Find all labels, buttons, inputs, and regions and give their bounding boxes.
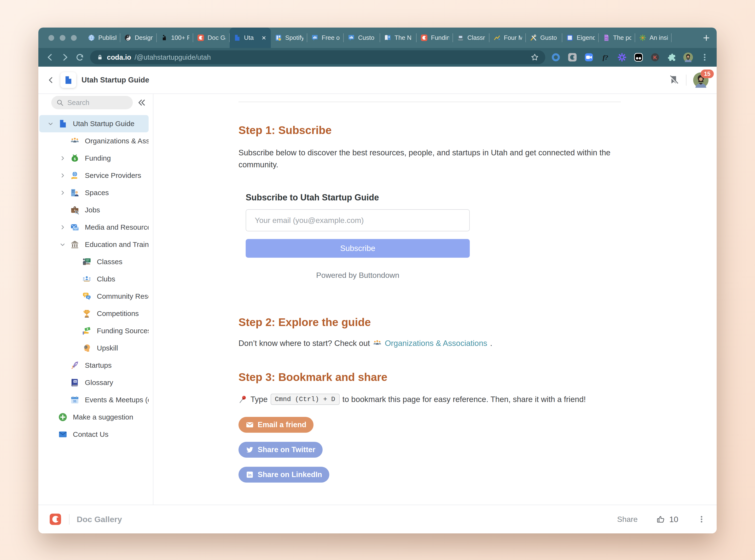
sidebar-item-glossary[interactable]: Aa Glossary <box>39 374 149 391</box>
envelopes-icon <box>68 222 81 233</box>
o-ring-icon[interactable] <box>551 53 560 62</box>
browser-tab[interactable]: 100+ F <box>157 27 193 48</box>
search-input[interactable] <box>51 96 133 109</box>
sidebar-item-events-meetups-cc[interactable]: 31 Events & Meetups (cc <box>39 391 149 408</box>
share-twitter-button[interactable]: Share on Twitter <box>239 442 323 458</box>
new-tab-button[interactable] <box>696 27 717 48</box>
share-button[interactable]: Share <box>617 515 637 524</box>
sidebar-item-upskill[interactable]: Upskill <box>39 339 149 357</box>
book-open-icon <box>384 34 391 41</box>
address-bar[interactable]: coda.io /@utahstartupguide/utah <box>90 51 545 64</box>
browser-tab[interactable]: Spotify <box>271 27 307 48</box>
zoom-cam-icon[interactable] <box>584 53 594 62</box>
sidebar-item-spaces[interactable]: Spaces <box>39 184 149 201</box>
sidebar-item-startups[interactable]: Startups <box>39 357 149 374</box>
browser-tab[interactable]: Classr <box>453 27 489 48</box>
user-avatar[interactable]: 15 <box>693 73 709 88</box>
browser-tab[interactable]: Free o <box>307 27 344 48</box>
spotify-win-icon <box>275 34 282 41</box>
browser-tab[interactable]: Four M <box>489 27 526 48</box>
k-circle-icon[interactable]: K <box>650 53 660 62</box>
step3-post: to bookmark this page for easy reference… <box>343 395 586 404</box>
doc-gallery-label[interactable]: Doc Gallery <box>77 515 122 524</box>
close-tab-icon[interactable] <box>261 35 267 41</box>
email-field[interactable] <box>246 209 470 231</box>
sidebar-item-funding-sources[interactable]: Funding Sources <box>39 322 149 339</box>
bookmark-disabled-icon[interactable] <box>668 75 679 85</box>
sidebar-item-make-a-suggestion[interactable]: Make a suggestion <box>39 408 149 426</box>
twitter-icon <box>246 446 254 454</box>
sidebar-item-jobs[interactable]: Jobs <box>39 201 149 219</box>
reload-icon[interactable] <box>75 53 84 62</box>
browser-tab[interactable]: DOC The po <box>599 27 635 48</box>
speech-bubbles-icon <box>80 291 94 302</box>
bookmark-star-icon[interactable] <box>530 53 539 62</box>
sidebar-item-education-and-trainin[interactable]: Education and Trainin <box>39 236 149 253</box>
step2-body: Don’t know where to start? Check out Org… <box>239 339 621 348</box>
browser-tab[interactable]: Design <box>120 27 157 48</box>
sidebar-item-contact-us[interactable]: Contact Us <box>39 426 149 443</box>
sidebar-item-service-providers[interactable]: Service Providers <box>39 167 149 184</box>
forward-icon[interactable] <box>60 53 69 62</box>
macos-traffic-lights[interactable] <box>38 27 84 48</box>
browser-tab[interactable]: Custo <box>344 27 380 48</box>
sidebar-nav: Utah Startup Guide Organizations & Asso … <box>38 115 153 443</box>
doc-header: Utah Startup Guide 15 <box>38 67 717 94</box>
browser-tab[interactable]: Eigenq <box>562 27 599 48</box>
step1-body: Subscribe below to discover the best res… <box>239 147 621 171</box>
zoom-window-icon[interactable] <box>71 35 77 41</box>
chevron-down-icon <box>57 241 68 248</box>
email-friend-button[interactable]: Email a friend <box>239 417 313 433</box>
browser-tab[interactable]: An insi <box>635 27 672 48</box>
extension-icons: f?K <box>551 53 710 62</box>
organizations-link[interactable]: Organizations & Associations <box>385 339 487 348</box>
back-icon[interactable] <box>45 53 55 62</box>
coda-gray-icon[interactable] <box>568 53 577 62</box>
bitmoji-icon[interactable] <box>634 53 643 62</box>
share-linkedin-button[interactable]: in Share on LinkedIn <box>239 467 329 483</box>
sidebar-item-utah-startup-guide[interactable]: Utah Startup Guide <box>39 115 149 132</box>
avatar-photo-icon[interactable] <box>683 53 693 62</box>
starburst-icon <box>639 34 647 41</box>
f-question-icon[interactable]: f? <box>600 53 610 62</box>
pushpin-icon <box>239 395 248 404</box>
subscribe-button[interactable]: Subscribe <box>246 239 470 258</box>
browser-tab[interactable]: Doc Ga <box>193 27 230 48</box>
sidebar-item-community-resou[interactable]: Community Resou <box>39 288 149 305</box>
browser-tab[interactable]: Uta <box>230 27 271 48</box>
sidebar-item-clubs[interactable]: Clubs <box>39 271 149 288</box>
chart-bubble-icon <box>348 34 355 41</box>
more-options-icon[interactable] <box>697 515 706 524</box>
sidebar-item-organizations-asso[interactable]: Organizations & Asso <box>39 132 149 149</box>
close-window-icon[interactable] <box>48 35 54 41</box>
envelope-icon <box>246 421 254 429</box>
likes-counter[interactable]: 10 <box>656 515 678 524</box>
sidebar-item-media-and-resources[interactable]: Media and Resources <box>39 219 149 236</box>
coda-logo-icon[interactable] <box>49 513 62 526</box>
dots-vertical-icon[interactable] <box>700 53 710 62</box>
briefcase-icon <box>68 205 81 215</box>
back-chevron-icon[interactable] <box>46 76 55 84</box>
minimize-window-icon[interactable] <box>60 35 65 41</box>
yinyang-icon <box>124 34 131 41</box>
svg-text:31: 31 <box>73 400 77 403</box>
sidebar-item-funding[interactable]: $ Funding <box>39 149 149 167</box>
sidebar-item-competitions[interactable]: 1 Competitions <box>39 305 149 322</box>
people-icon <box>373 339 382 348</box>
doc-title: Utah Startup Guide <box>81 76 149 84</box>
collapse-sidebar-icon[interactable] <box>137 98 147 108</box>
chart-bubble-icon <box>311 34 319 41</box>
mail-icon <box>56 429 69 440</box>
search-field[interactable] <box>67 99 128 107</box>
step3-heading: Step 3: Bookmark and share <box>239 371 621 384</box>
sidebar-item-classes[interactable]: Classes <box>39 253 149 271</box>
browser-tab[interactable]: Fundin <box>416 27 453 48</box>
svg-text:DOC: DOC <box>605 38 608 39</box>
puzzle-icon[interactable] <box>667 53 676 62</box>
browser-tab[interactable]: The N <box>380 27 416 48</box>
browser-tab[interactable]: Publish <box>84 27 120 48</box>
doc-gallery-footer: Doc Gallery Share 10 <box>38 505 717 534</box>
browser-tab[interactable]: Gusto <box>526 27 562 48</box>
loom-icon[interactable] <box>617 53 627 62</box>
thumbs-up-icon <box>656 515 665 524</box>
